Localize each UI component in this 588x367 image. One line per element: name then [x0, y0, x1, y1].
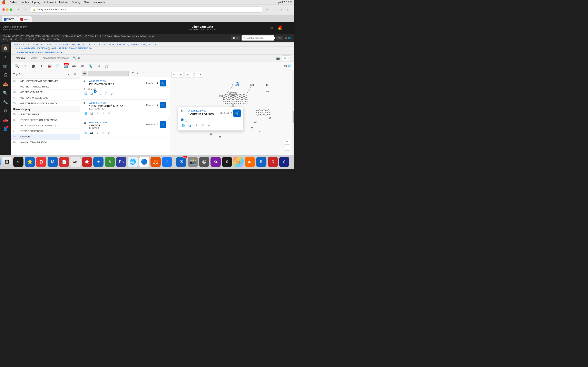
tab-transmission[interactable]: Automatická převodovka — [40, 55, 72, 61]
tab-active[interactable]: xentry — [18, 16, 32, 22]
dock-fb[interactable]: f — [162, 157, 172, 167]
group-item-15[interactable]: 15 ENGINE ELECTRICAL EQUIPMENT — [11, 117, 80, 123]
part-8-icon-1[interactable]: 📊 — [89, 111, 94, 116]
menu-icon[interactable]: ☰ — [285, 25, 291, 31]
close-panel-btn[interactable]: ✕ — [72, 72, 77, 77]
tool-cart2[interactable]: 🛒 — [104, 63, 110, 69]
top5-item-2[interactable]: 88 060 FRONT BUMPER — [11, 90, 80, 95]
sidebar-toggle[interactable]: ⋮⋮ — [286, 7, 292, 12]
apple-menu[interactable]: 🍎 — [2, 0, 6, 4]
group-item-26[interactable]: 26 MANUAL TRANSMISSION — [11, 140, 80, 145]
tool-circle[interactable]: ⬤ — [30, 63, 36, 69]
zoom-out[interactable]: − — [284, 145, 290, 151]
edit-icon[interactable]: ✏ — [172, 72, 177, 77]
dock-red[interactable]: ◉ — [82, 157, 92, 167]
zoom-in[interactable]: + — [284, 139, 290, 145]
tool-parts2[interactable]: 🔩 — [87, 63, 94, 69]
part-10-cart[interactable]: 🛒 — [160, 121, 166, 128]
bc-group[interactable]: 32 SPRINGS AND SUSPENSION — [59, 47, 93, 50]
bc-model-code[interactable]: 60R — [52, 47, 56, 50]
lang-selector[interactable]: cs 🌐 — [284, 64, 291, 67]
tool-email[interactable]: ✉ — [95, 63, 102, 69]
forward-button[interactable]: › — [23, 7, 29, 12]
tool-grid[interactable]: ⊞ — [79, 63, 85, 69]
tool-doc[interactable]: 📄 — [55, 63, 61, 69]
tool-car[interactable]: 🚘 — [47, 63, 53, 69]
search-parts-clear[interactable]: ✕ — [287, 57, 289, 59]
group-item-08[interactable]: 08 ELECTRIC DRIVE — [11, 112, 80, 117]
dock-ff[interactable]: 🦊 — [150, 157, 161, 167]
dock-ms[interactable]: E — [256, 157, 267, 167]
part-10-icon-1[interactable]: 📷 — [89, 131, 94, 135]
dock-mb3[interactable]: ★ — [93, 157, 104, 167]
new-tab-button[interactable]: + — [278, 7, 284, 12]
popup-icon-1[interactable]: 📊 — [187, 123, 192, 128]
popup-icon-4[interactable]: ⚙ — [207, 123, 212, 128]
share-button[interactable]: ⬆ — [271, 7, 277, 12]
dock-wdf[interactable]: WDF — [70, 157, 81, 167]
part-8-icon-3[interactable]: 📄 — [101, 111, 105, 116]
dock-launchpad[interactable]: ⊞ — [2, 157, 12, 167]
notification-icon[interactable]: 🔔! — [277, 25, 283, 31]
dock-pdf[interactable]: 📄 — [59, 157, 69, 167]
bc-models[interactable]: 109 CDI, 111 CDI, 111 CDI 4x4, 115 CDI, … — [21, 43, 156, 46]
part-10-icon-4[interactable]: ⚙ — [106, 131, 111, 135]
menubar-zobrazeni[interactable]: Zobrazení — [44, 1, 56, 4]
nav-add[interactable]: + — [1, 53, 9, 61]
bc-dropdown[interactable]: ▼ — [60, 51, 62, 54]
diagram-scrollbar[interactable] — [292, 70, 294, 155]
menubar-soubor[interactable]: Soubor — [20, 1, 29, 4]
top5-item-1[interactable]: 42 002 FRONT WHEEL BRAKE — [11, 84, 80, 90]
address-bar[interactable]: 🔒 xentry.mercedes-benz.com — [30, 7, 262, 13]
scissors-icon[interactable]: ✂ — [198, 72, 203, 77]
tool-search[interactable]: 🔍 — [14, 63, 20, 69]
dock-camera[interactable]: 📸 — [188, 157, 198, 167]
part-5-icon-2[interactable]: ℹ — [98, 92, 102, 96]
menubar-zalozky[interactable]: Záložky — [71, 1, 81, 4]
view-split[interactable]: ⊟ — [141, 71, 146, 76]
dock-xentry[interactable]: XP — [13, 157, 24, 167]
dock-mail[interactable]: ✉ 350 — [176, 157, 186, 167]
menubar-okno[interactable]: Okno — [84, 1, 90, 4]
tool-new[interactable]: 🆕 NEW — [63, 63, 69, 69]
part-8-cart[interactable]: 🛒 — [160, 102, 166, 108]
tab-icon-2[interactable]: ⚙ — [78, 56, 80, 60]
nav-wrench[interactable]: 🔧 — [1, 98, 9, 106]
scrollbar-thumb[interactable] — [293, 111, 294, 123]
part-5-icon-3[interactable]: 📄 — [104, 92, 108, 96]
nav-car[interactable]: 🚗 — [1, 116, 9, 124]
part-8-icon-4[interactable]: ⚙ — [106, 111, 111, 116]
dock-colorful[interactable]: 🎨 — [233, 157, 243, 167]
minimize-button[interactable] — [6, 8, 9, 11]
dock-adobe[interactable]: Ps — [116, 157, 126, 167]
popup-icon-3[interactable]: 📄 — [200, 123, 205, 128]
tab-engine[interactable]: Motor — [28, 55, 39, 61]
nav-more[interactable]: ⋯ — [1, 134, 9, 142]
back-button[interactable]: ‹ — [16, 7, 21, 12]
view-grid[interactable]: ⊞ — [136, 71, 140, 76]
dock-app14[interactable]: D — [268, 157, 278, 167]
part-8-icon-2[interactable]: ℹ — [95, 111, 99, 116]
manufacture-input[interactable] — [247, 37, 275, 39]
menubar-upravy[interactable]: Úpravy — [32, 1, 41, 4]
close-button[interactable] — [2, 8, 5, 11]
camera-icon[interactable]: 📷 — [275, 55, 281, 61]
top5-item-3[interactable]: 42 003 REAR WHEEL BRAKE — [11, 95, 80, 101]
font-icon[interactable]: A — [178, 72, 184, 77]
dock-d[interactable]: D — [36, 157, 46, 167]
popup-icon-0[interactable]: 🌐 — [181, 123, 186, 128]
search-parts[interactable]: 🔍 ✕ — [282, 55, 291, 61]
history-icon[interactable]: 🕐 — [191, 72, 197, 77]
dock-app9[interactable]: ✿ — [210, 157, 221, 167]
menubar-safari[interactable]: Safari — [10, 1, 17, 4]
dock-app15[interactable]: C — [279, 157, 289, 167]
part-10-icon-2[interactable]: ℹ — [95, 131, 99, 135]
part-5-icon-0[interactable]: 🌐 — [84, 92, 88, 96]
dock-app10[interactable]: S — [222, 157, 232, 167]
tab-icon-1[interactable]: 🔧 — [73, 56, 77, 60]
bc-vehicle[interactable]: Vozidlo: WDF63970113674690 — [16, 47, 47, 50]
popup-icon-2[interactable]: ℹ — [194, 123, 199, 128]
dock-app12[interactable]: ▶ — [245, 157, 255, 167]
thumb-strip[interactable] — [88, 71, 129, 76]
collapse-btn[interactable]: ▲ — [66, 72, 71, 77]
